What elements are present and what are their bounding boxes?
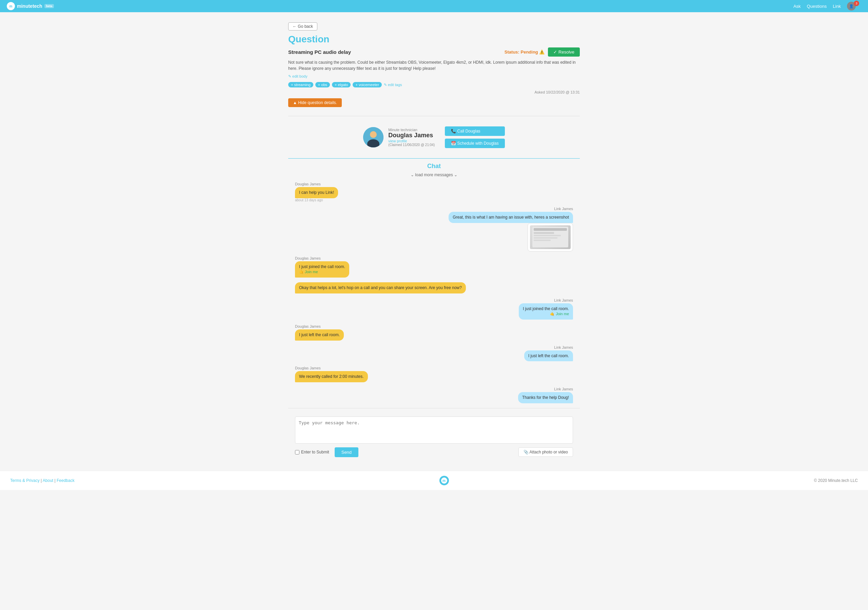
call-button[interactable]: 📞 Call Douglas <box>445 126 505 136</box>
enter-to-submit-label[interactable]: Enter to Submit <box>295 450 329 454</box>
chat-input[interactable] <box>295 416 573 444</box>
notification-badge: 3 <box>854 1 859 6</box>
page-title: Question <box>288 34 580 45</box>
brand-name: minutetech <box>17 3 42 9</box>
message-bubble: Great, this is what I am having an issue… <box>449 212 573 223</box>
message-bubble: I just left the call room. <box>524 350 573 362</box>
main-content: ← Go back Question Streaming PC audio de… <box>281 12 587 471</box>
message-sender: Link James <box>554 207 573 211</box>
screenshot-preview <box>530 225 570 249</box>
status-area: Status: Pending ⚠️ ✓ Resolve <box>505 48 580 57</box>
message-group: Okay that helps a lot, let's hop on a ca… <box>295 282 573 294</box>
message-timestamp: about 13 days ago <box>295 198 323 202</box>
beta-badge: beta <box>44 4 54 8</box>
tech-details: Minute technician Douglas James view pro… <box>388 128 435 147</box>
footer-logo: m <box>439 476 449 485</box>
go-back-button[interactable]: ← Go back <box>288 22 317 31</box>
svg-rect-8 <box>534 240 551 241</box>
message-group: Link James I just left the call room. <box>295 345 573 362</box>
brand-logo: m <box>7 2 15 10</box>
tech-claimed: (Claimed 11/06/2020 @ 21:04) <box>388 143 435 147</box>
message-bubble: I can help you Link! <box>295 187 338 198</box>
status-value: Pending <box>521 50 538 54</box>
navbar-links: Ask Questions Link 👤 3 <box>794 2 861 11</box>
chat-input-controls: Enter to Submit Send 📎 Attach photo or v… <box>295 447 573 457</box>
join-link[interactable]: 🤙 Join me <box>299 269 345 274</box>
nav-ask[interactable]: Ask <box>794 4 801 9</box>
footer: Terms & Privacy | About | Feedback m © 2… <box>0 471 868 490</box>
svg-rect-4 <box>534 228 567 231</box>
tag-voicemeeter[interactable]: + voicemeeter <box>353 82 381 87</box>
resolve-button[interactable]: ✓ Resolve <box>548 48 580 57</box>
brand: m minutetech beta <box>7 2 54 10</box>
tech-avatar <box>363 127 383 147</box>
chat-input-section: Enter to Submit Send 📎 Attach photo or v… <box>288 413 580 461</box>
navbar: m minutetech beta Ask Questions Link 👤 3 <box>0 0 868 12</box>
asked-date: Asked 10/22/2020 @ 13:31 <box>288 90 580 94</box>
nav-link[interactable]: Link <box>833 4 841 9</box>
divider <box>288 116 580 116</box>
question-header-row: Streaming PC audio delay Status: Pending… <box>288 48 580 57</box>
about-link[interactable]: About <box>43 478 53 483</box>
message-group: Link James Great, this is what I am havi… <box>295 207 573 251</box>
tags-row: + streaming + obs + elgato + voicemeeter… <box>288 82 580 87</box>
message-sender: Douglas James <box>295 366 321 370</box>
svg-text:m: m <box>442 479 445 483</box>
message-group: Link James I just joined the call room. … <box>295 298 573 320</box>
tag-streaming[interactable]: + streaming <box>288 82 313 87</box>
join-link[interactable]: 🤙 Join me <box>523 311 569 316</box>
svg-rect-6 <box>534 235 561 236</box>
message-sender: Link James <box>554 298 573 302</box>
edit-tags-link[interactable]: ✎ edit tags <box>384 83 402 87</box>
screenshot-bubble <box>528 223 573 251</box>
message-sender: Douglas James <box>295 256 321 260</box>
attach-button[interactable]: 📎 Attach photo or video <box>518 447 573 457</box>
message-sender: Douglas James <box>295 324 321 328</box>
technician-section: Minute technician Douglas James view pro… <box>288 120 580 155</box>
nav-questions[interactable]: Questions <box>807 4 827 9</box>
message-bubble: I just joined the call room. 🤙 Join me <box>519 303 573 320</box>
schedule-button[interactable]: 📅 Schedule with Douglas <box>445 139 505 148</box>
tech-actions: 📞 Call Douglas 📅 Schedule with Douglas <box>445 126 505 148</box>
message-sender: Link James <box>554 345 573 349</box>
svg-point-1 <box>370 131 377 138</box>
hide-details-button[interactable]: ▲ Hide question details. <box>288 98 342 107</box>
load-more[interactable]: ⌄ load more messages ⌄ <box>288 172 580 177</box>
message-bubble: We recently called for 2:00 minutes. <box>295 371 368 382</box>
footer-links: Terms & Privacy | About | Feedback <box>10 478 74 483</box>
message-bubble: Okay that helps a lot, let's hop on a ca… <box>295 282 466 294</box>
messages: Douglas James I can help you Link! about… <box>288 182 580 403</box>
message-group: Douglas James I just left the call room. <box>295 324 573 341</box>
message-group: Douglas James I just joined the call roo… <box>295 256 573 277</box>
chat-title: Chat <box>288 159 580 172</box>
message-sender: Douglas James <box>295 182 321 186</box>
message-group: Link James Thanks for the help Doug! <box>295 387 573 403</box>
message-bubble: I just joined the call room. 🤙 Join me <box>295 261 349 277</box>
message-bubble: I just left the call room. <box>295 330 344 341</box>
message-group: Douglas James We recently called for 2:0… <box>295 366 573 382</box>
message-bubble: Thanks for the help Doug! <box>518 392 573 403</box>
question-description: Not sure what is causing the problem. Co… <box>288 59 580 71</box>
feedback-link[interactable]: Feedback <box>57 478 74 483</box>
enter-submit-checkbox[interactable] <box>295 450 299 454</box>
status-label: Status: Pending ⚠️ <box>505 50 545 54</box>
svg-rect-7 <box>534 237 557 238</box>
question-name: Streaming PC audio delay <box>288 49 351 55</box>
view-profile-link[interactable]: view profile <box>388 139 435 143</box>
message-sender: Link James <box>554 387 573 391</box>
terms-link[interactable]: Terms & Privacy <box>10 478 40 483</box>
edit-body-link[interactable]: ✎ edit body <box>288 74 307 79</box>
tech-name: Douglas James <box>388 132 435 139</box>
tech-info: Minute technician Douglas James view pro… <box>363 127 435 147</box>
chat-section: Chat ⌄ load more messages ⌄ Douglas Jame… <box>288 158 580 461</box>
tech-role: Minute technician <box>388 128 435 132</box>
tag-elgato[interactable]: + elgato <box>332 82 350 87</box>
svg-rect-5 <box>534 232 554 234</box>
tag-obs[interactable]: + obs <box>315 82 330 87</box>
send-button[interactable]: Send <box>335 447 358 457</box>
message-group: Douglas James I can help you Link! about… <box>295 182 573 202</box>
footer-copyright: © 2020 Minute.tech LLC <box>814 478 858 483</box>
